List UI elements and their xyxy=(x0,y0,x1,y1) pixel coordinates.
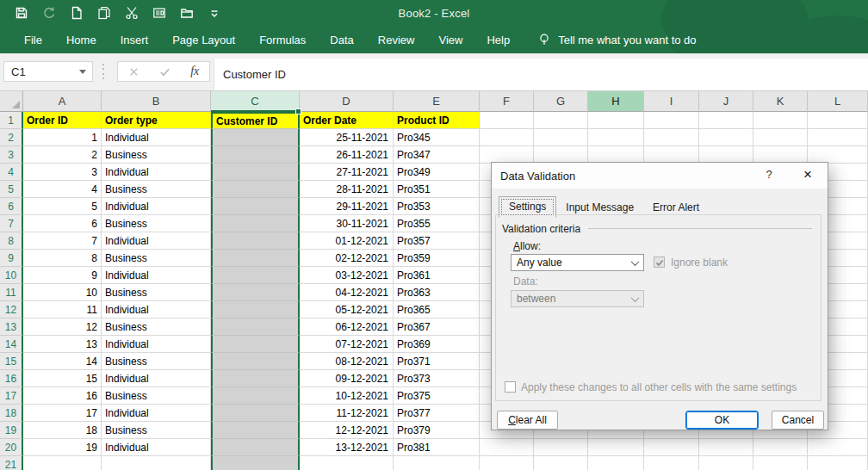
cancel-entry-icon[interactable] xyxy=(128,66,140,77)
row-header-8[interactable]: 8 xyxy=(0,232,23,250)
new-document-icon[interactable] xyxy=(69,6,84,21)
cell-E4[interactable]: Pro349 xyxy=(394,164,480,181)
ribbon-tab-page-layout[interactable]: Page Layout xyxy=(160,26,247,53)
open-folder-icon[interactable] xyxy=(179,6,194,21)
cell-B8[interactable]: Individual xyxy=(102,232,211,250)
cell-I2[interactable] xyxy=(644,129,699,146)
chevron-down-icon[interactable] xyxy=(626,255,643,270)
cell-D17[interactable]: 10-12-2021 xyxy=(300,387,394,405)
cell-D9[interactable]: 02-12-2021 xyxy=(300,250,394,267)
cell-C15[interactable] xyxy=(211,353,300,370)
cell-E5[interactable]: Pro351 xyxy=(394,181,480,198)
cell-C1[interactable]: Customer ID xyxy=(211,112,300,129)
row-header-2[interactable]: 2 xyxy=(0,129,23,146)
cell-B3[interactable]: Business xyxy=(102,146,211,164)
cell-J3[interactable] xyxy=(699,146,753,164)
ribbon-tab-insert[interactable]: Insert xyxy=(108,26,161,53)
cell-B21[interactable] xyxy=(102,456,211,470)
clear-all-button[interactable]: Clear All xyxy=(497,411,558,430)
cell-A7[interactable]: 6 xyxy=(23,215,102,232)
cell-L20[interactable] xyxy=(808,439,868,456)
cell-B4[interactable]: Individual xyxy=(102,164,211,181)
cell-B6[interactable]: Individual xyxy=(102,198,211,215)
ribbon-tab-view[interactable]: View xyxy=(426,26,474,53)
cell-B15[interactable]: Business xyxy=(102,353,211,370)
cell-B13[interactable]: Business xyxy=(102,318,211,336)
cell-B18[interactable]: Individual xyxy=(102,405,211,422)
cell-D4[interactable]: 27-11-2021 xyxy=(300,164,394,181)
ribbon-tab-help[interactable]: Help xyxy=(474,26,522,53)
column-header-L[interactable]: L xyxy=(808,91,868,112)
cell-G3[interactable] xyxy=(534,146,588,164)
dialog-tab-input-message[interactable]: Input Message xyxy=(556,198,643,218)
cell-D3[interactable]: 26-11-2021 xyxy=(300,146,394,164)
ribbon-tab-review[interactable]: Review xyxy=(366,26,427,53)
row-header-18[interactable]: 18 xyxy=(0,405,23,422)
cell-C6[interactable] xyxy=(211,198,300,215)
cell-D2[interactable]: 25-11-2021 xyxy=(300,129,394,146)
cell-E3[interactable]: Pro347 xyxy=(394,146,480,164)
cell-A17[interactable]: 16 xyxy=(23,387,102,405)
form-icon[interactable] xyxy=(152,6,166,21)
cell-K21[interactable] xyxy=(753,456,808,470)
allow-dropdown[interactable]: Any value xyxy=(511,254,644,271)
cell-K20[interactable] xyxy=(753,439,808,456)
cell-E19[interactable]: Pro379 xyxy=(394,422,480,439)
cell-E7[interactable]: Pro355 xyxy=(394,215,480,232)
column-header-A[interactable]: A xyxy=(23,91,102,112)
cell-C20[interactable] xyxy=(211,439,300,456)
cell-G1[interactable] xyxy=(534,112,588,129)
cell-B2[interactable]: Individual xyxy=(102,129,211,146)
cell-A12[interactable]: 11 xyxy=(23,301,102,318)
name-box-dropdown-icon[interactable] xyxy=(79,70,86,74)
cell-I1[interactable] xyxy=(644,112,699,129)
cell-D5[interactable]: 28-11-2021 xyxy=(300,181,394,198)
row-header-6[interactable]: 6 xyxy=(0,198,23,215)
cell-C9[interactable] xyxy=(211,250,300,267)
column-header-K[interactable]: K xyxy=(753,91,808,112)
cell-I3[interactable] xyxy=(644,146,699,164)
cell-D20[interactable]: 13-12-2021 xyxy=(300,439,394,456)
row-header-10[interactable]: 10 xyxy=(0,267,23,284)
cell-B7[interactable]: Business xyxy=(102,215,211,232)
row-header-19[interactable]: 19 xyxy=(0,422,23,439)
select-all-corner[interactable] xyxy=(0,91,23,112)
cell-A14[interactable]: 13 xyxy=(23,336,102,353)
cell-E12[interactable]: Pro365 xyxy=(394,301,480,318)
dialog-close-button[interactable]: × xyxy=(798,165,817,184)
cell-E11[interactable]: Pro363 xyxy=(394,284,480,301)
cell-E16[interactable]: Pro373 xyxy=(394,370,480,387)
cell-K2[interactable] xyxy=(753,129,808,146)
column-header-J[interactable]: J xyxy=(699,91,753,112)
cell-C16[interactable] xyxy=(211,370,300,387)
row-header-17[interactable]: 17 xyxy=(0,387,23,405)
cell-D21[interactable] xyxy=(300,456,394,470)
row-header-5[interactable]: 5 xyxy=(0,181,23,198)
cell-A4[interactable]: 3 xyxy=(23,164,102,181)
cell-L21[interactable] xyxy=(808,456,868,470)
column-header-I[interactable]: I xyxy=(644,91,699,112)
cell-L3[interactable] xyxy=(808,146,868,164)
cell-B20[interactable]: Individual xyxy=(102,439,211,456)
cell-D16[interactable]: 09-12-2021 xyxy=(300,370,394,387)
cell-F1[interactable] xyxy=(480,112,534,129)
cell-A1[interactable]: Order ID xyxy=(23,112,102,129)
cell-A21[interactable] xyxy=(23,456,102,470)
row-header-15[interactable]: 15 xyxy=(0,353,23,370)
selection-fill-handle[interactable] xyxy=(295,108,301,114)
dialog-tab-settings[interactable]: Settings xyxy=(499,196,556,218)
copy-icon[interactable] xyxy=(96,6,111,21)
column-header-H[interactable]: H xyxy=(588,91,644,112)
cell-B19[interactable]: Business xyxy=(102,422,211,439)
cell-G2[interactable] xyxy=(534,129,588,146)
cell-A16[interactable]: 15 xyxy=(23,370,102,387)
cell-C19[interactable] xyxy=(211,422,300,439)
row-header-20[interactable]: 20 xyxy=(0,439,23,456)
cell-E15[interactable]: Pro371 xyxy=(394,353,480,370)
cell-D10[interactable]: 03-12-2021 xyxy=(300,267,394,284)
cell-H20[interactable] xyxy=(588,439,644,456)
insert-function-icon[interactable]: fx xyxy=(190,65,199,78)
cell-A15[interactable]: 14 xyxy=(23,353,102,370)
column-header-D[interactable]: D xyxy=(300,91,394,112)
cell-B5[interactable]: Business xyxy=(102,181,211,198)
